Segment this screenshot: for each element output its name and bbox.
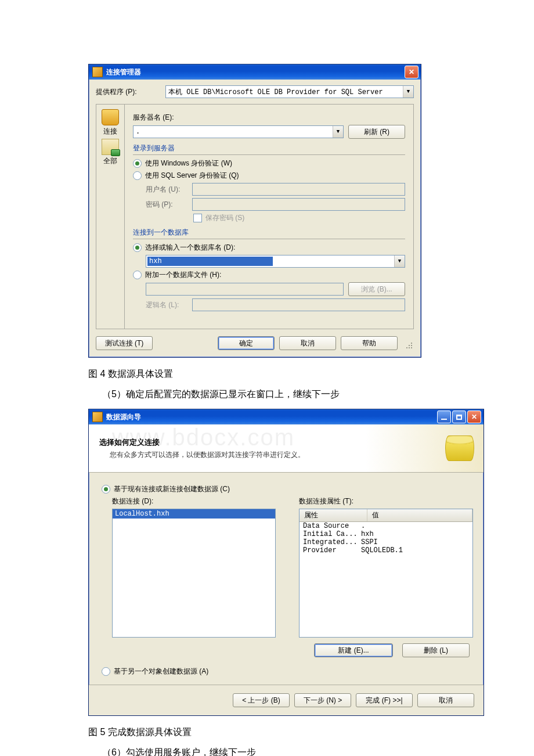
delete-button[interactable]: 删除 (L) bbox=[402, 643, 470, 657]
browse-button: 浏览 (B)... bbox=[348, 282, 405, 296]
db-name-combo[interactable]: hxh ▼ bbox=[146, 255, 405, 268]
folder-icon bbox=[102, 139, 119, 155]
tab-connect[interactable]: 连接 bbox=[102, 109, 119, 136]
refresh-button[interactable]: 刷新 (R) bbox=[348, 125, 405, 139]
username-label: 用户名 (U): bbox=[146, 185, 192, 195]
step5-text: （5）确定后配置完的数据源已显示在窗口上，继续下一步 bbox=[88, 388, 534, 401]
finish-button[interactable]: 完成 (F) >>| bbox=[356, 693, 413, 707]
radio-icon bbox=[102, 667, 110, 676]
minimize-icon[interactable] bbox=[437, 411, 451, 423]
provider-combo[interactable]: 本机 OLE DB\Microsoft OLE DB Provider for … bbox=[165, 85, 414, 98]
wizard-title: 选择如何定义连接 bbox=[99, 437, 305, 448]
chevron-down-icon[interactable]: ▼ bbox=[394, 255, 405, 267]
window-title: 连接管理器 bbox=[106, 67, 141, 77]
provider-label: 提供程序 (P): bbox=[96, 87, 165, 97]
wizard-header: www.bdocx.com 选择如何定义连接 您有众多方式可以选择，以便数据源对… bbox=[89, 424, 484, 473]
close-icon[interactable]: ✕ bbox=[467, 411, 481, 423]
radio-existing[interactable]: 基于现有连接或新连接创建数据源 (C) bbox=[102, 484, 473, 494]
username-field bbox=[192, 183, 405, 196]
section-login: 登录到服务器 bbox=[133, 142, 405, 155]
radio-icon bbox=[133, 159, 142, 168]
back-button[interactable]: < 上一步 (B) bbox=[233, 693, 290, 707]
connection-manager-dialog: 连接管理器 ✕ 提供程序 (P): 本机 OLE DB\Microsoft OL… bbox=[88, 64, 421, 358]
wizard-subtitle: 您有众多方式可以选择，以便数据源对其连接字符串进行定义。 bbox=[110, 450, 305, 460]
server-name-combo[interactable]: . ▼ bbox=[133, 125, 344, 138]
table-row: ProviderSQLOLEDB.1 bbox=[300, 546, 472, 555]
table-header: 属性 值 bbox=[300, 509, 472, 522]
logical-name-label: 逻辑名 (L): bbox=[146, 300, 192, 310]
section-db: 连接到一个数据库 bbox=[133, 226, 405, 239]
table-row: Data Source. bbox=[300, 522, 472, 530]
close-icon[interactable]: ✕ bbox=[405, 66, 418, 78]
radio-other-object[interactable]: 基于另一个对象创建数据源 (A) bbox=[102, 667, 473, 676]
database-cylinder-icon bbox=[445, 435, 474, 461]
password-label: 密码 (P): bbox=[146, 200, 192, 210]
step6-text: （6）勾选使用服务账户，继续下一步 bbox=[88, 747, 534, 756]
resize-grip-icon[interactable] bbox=[405, 341, 414, 350]
database-icon bbox=[102, 109, 119, 125]
help-button[interactable]: 帮助 bbox=[341, 336, 398, 350]
radio-sqlauth[interactable]: 使用 SQL Server 身份验证 (Q) bbox=[133, 171, 405, 181]
figure5-caption: 图 5 完成数据源具体设置 bbox=[88, 726, 534, 739]
cancel-button[interactable]: 取消 bbox=[279, 336, 336, 350]
server-name-label: 服务器名 (E): bbox=[133, 113, 174, 123]
radio-attach-db[interactable]: 附加一个数据库文件 (H): bbox=[133, 270, 405, 280]
connection-props-label: 数据连接属性 (T): bbox=[299, 496, 473, 506]
titlebar[interactable]: 数据源向导 ✕ bbox=[89, 409, 484, 424]
app-icon bbox=[92, 67, 103, 77]
provider-value: 本机 OLE DB\Microsoft OLE DB Provider for … bbox=[166, 87, 403, 97]
chevron-down-icon[interactable]: ▼ bbox=[403, 86, 413, 98]
table-body: Data Source. Initial Ca...hxh Integrated… bbox=[300, 522, 472, 555]
window-title: 数据源向导 bbox=[106, 412, 141, 422]
props-listview[interactable]: 属性 值 Data Source. Initial Ca...hxh Integ… bbox=[299, 509, 473, 638]
chevron-down-icon[interactable]: ▼ bbox=[333, 126, 343, 138]
list-item[interactable]: LocalHost.hxh bbox=[113, 509, 275, 519]
save-password-check: 保存密码 (S) bbox=[193, 213, 405, 223]
tab-all[interactable]: 全部 bbox=[102, 139, 119, 166]
table-row: Integrated...SSPI bbox=[300, 538, 472, 546]
next-button[interactable]: 下一步 (N) > bbox=[294, 693, 351, 707]
radio-select-db[interactable]: 选择或输入一个数据库名 (D): bbox=[133, 243, 405, 253]
maximize-icon[interactable] bbox=[452, 411, 466, 423]
radio-winauth[interactable]: 使用 Windows 身份验证 (W) bbox=[133, 159, 405, 168]
radio-icon bbox=[133, 171, 142, 180]
radio-icon bbox=[133, 243, 142, 252]
test-connection-button[interactable]: 测试连接 (T) bbox=[96, 336, 153, 350]
figure4-caption: 图 4 数据源具体设置 bbox=[88, 368, 534, 380]
titlebar[interactable]: 连接管理器 ✕ bbox=[89, 64, 421, 80]
table-row: Initial Ca...hxh bbox=[300, 530, 472, 538]
attach-file-field bbox=[146, 283, 344, 296]
logical-name-field bbox=[192, 298, 405, 311]
new-button[interactable]: 新建 (E)... bbox=[314, 643, 393, 657]
radio-icon bbox=[133, 271, 142, 279]
app-icon bbox=[92, 412, 103, 422]
data-source-wizard-dialog: 数据源向导 ✕ www.bdocx.com 选择如何定义连接 您有众多方式可以选… bbox=[88, 409, 484, 716]
checkbox-icon bbox=[193, 214, 202, 222]
cancel-button[interactable]: 取消 bbox=[417, 693, 474, 707]
password-field bbox=[192, 198, 405, 211]
connections-listbox[interactable]: LocalHost.hxh bbox=[112, 509, 276, 638]
ok-button[interactable]: 确定 bbox=[218, 336, 275, 350]
side-tabs: 连接 全部 bbox=[96, 104, 124, 329]
radio-icon bbox=[102, 485, 110, 494]
data-connections-label: 数据连接 (D): bbox=[112, 496, 286, 506]
